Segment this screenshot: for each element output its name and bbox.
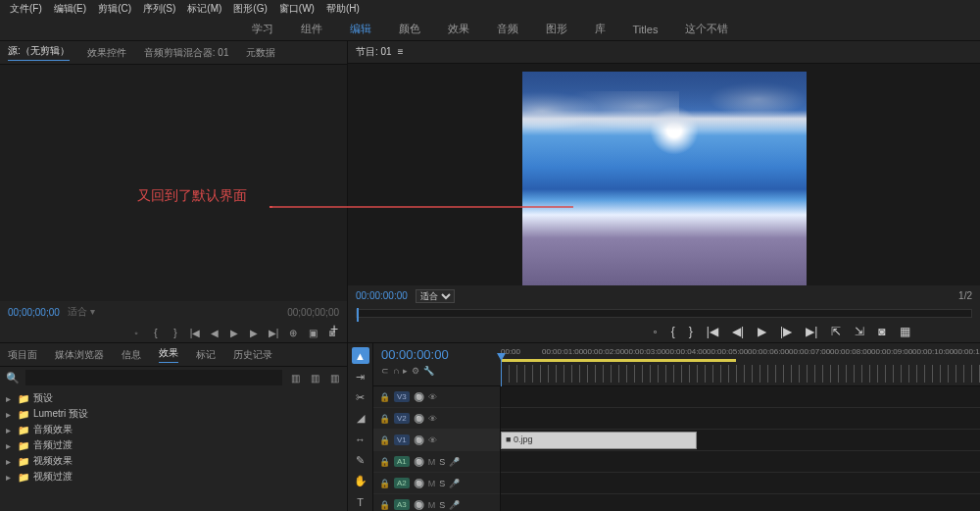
- step-fwd-icon[interactable]: |▶: [780, 325, 792, 338]
- menu-edit[interactable]: 编辑(E): [48, 2, 92, 16]
- tab-effect-controls[interactable]: 效果控件: [87, 46, 126, 60]
- work-area-bar[interactable]: [501, 359, 736, 362]
- program-timecode[interactable]: 00:00:00:00: [356, 290, 408, 301]
- marker-icon[interactable]: ◦: [129, 326, 143, 339]
- source-monitor[interactable]: 又回到了默认界面: [0, 65, 347, 301]
- folder-audio-fx[interactable]: ▸📁音频效果: [0, 422, 347, 437]
- comparison-icon[interactable]: ▦: [900, 325, 910, 338]
- track-header-a1[interactable]: 🔒A1🔘MS🎤: [373, 451, 500, 473]
- type-tool-icon[interactable]: T: [352, 494, 369, 511]
- folder-lumetri[interactable]: ▸📁Lumetri 预设: [0, 406, 347, 422]
- pen-tool-icon[interactable]: ✎: [352, 452, 369, 469]
- menu-file[interactable]: 文件(F): [4, 2, 48, 16]
- track-select-tool-icon[interactable]: ⇥: [352, 368, 369, 384]
- folder-video-trans[interactable]: ▸📁视频过渡: [0, 469, 347, 485]
- search-input[interactable]: [25, 370, 282, 385]
- prev-frame-icon[interactable]: ◀: [208, 326, 221, 339]
- slip-tool-icon[interactable]: ↔: [352, 432, 369, 448]
- panel-menu-icon[interactable]: ≡: [398, 46, 404, 57]
- tab-history[interactable]: 历史记录: [233, 348, 272, 362]
- menu-graphic[interactable]: 图形(G): [227, 2, 272, 16]
- menu-sequence[interactable]: 序列(S): [137, 2, 181, 16]
- program-scrubber[interactable]: [356, 309, 972, 319]
- in-point-icon[interactable]: {: [149, 326, 163, 339]
- preset-bin3-icon[interactable]: ▥: [327, 371, 341, 384]
- workspace-assembly[interactable]: 组件: [287, 18, 336, 40]
- step-back-icon[interactable]: ◀|: [732, 325, 744, 338]
- tab-info[interactable]: 信息: [122, 348, 141, 362]
- selection-tool-icon[interactable]: ▲: [352, 347, 369, 364]
- video-preview: [522, 72, 807, 285]
- extract-icon[interactable]: ⇲: [855, 325, 864, 338]
- ripple-tool-icon[interactable]: ✂: [352, 389, 369, 406]
- settings-icon[interactable]: ⚙: [412, 366, 419, 376]
- timeline-panel: ▲ ⇥ ✂ ◢ ↔ ✎ ✋ T 00:00:00:00 ⊂ ∩ ▸ ⚙ 🔧: [348, 343, 980, 511]
- add-marker-icon[interactable]: ◦: [653, 325, 657, 338]
- insert-icon[interactable]: ⊕: [286, 326, 300, 339]
- play-icon[interactable]: ▶: [227, 326, 241, 339]
- razor-tool-icon[interactable]: ◢: [352, 410, 369, 427]
- preset-bin-icon[interactable]: ▥: [288, 371, 302, 384]
- source-in-timecode[interactable]: 00;00;00;00: [8, 307, 60, 318]
- video-clip[interactable]: ■ 0.jpg: [501, 432, 697, 449]
- workspace-editing[interactable]: 编辑: [336, 18, 385, 40]
- annotation-arrow: [270, 206, 573, 208]
- tab-project[interactable]: 项目面: [8, 348, 37, 362]
- tab-media-browser[interactable]: 媒体浏览器: [55, 348, 104, 362]
- source-fit[interactable]: 适合 ▾: [68, 305, 95, 319]
- timeline-timecode[interactable]: 00:00:00:00: [381, 347, 493, 362]
- workspace-graphics[interactable]: 图形: [532, 18, 581, 40]
- track-header-v1[interactable]: 🔒V1🔘👁: [373, 430, 500, 451]
- preset-bin2-icon[interactable]: ▥: [308, 371, 321, 384]
- workspace-lib[interactable]: 库: [581, 18, 619, 40]
- workspace-tabs: 学习 组件 编辑 颜色 效果 音频 图形 库 Titles 这个不错: [0, 18, 980, 41]
- add-panel-icon[interactable]: +: [330, 321, 338, 336]
- go-in-icon[interactable]: |◀: [707, 325, 718, 338]
- effects-tree[interactable]: ▸📁预设 ▸📁Lumetri 预设 ▸📁音频效果 ▸📁音频过渡 ▸📁视频效果 ▸…: [0, 388, 347, 511]
- source-out-timecode[interactable]: 00;00;00;00: [287, 307, 339, 318]
- workspace-custom[interactable]: 这个不错: [671, 18, 742, 40]
- wrench-icon[interactable]: 🔧: [423, 366, 434, 376]
- resolution-label[interactable]: 1/2: [958, 290, 972, 301]
- out-point-icon[interactable]: }: [169, 326, 182, 339]
- hand-tool-icon[interactable]: ✋: [352, 473, 369, 489]
- timeline-tracks[interactable]: ■ 0.jpg: [501, 386, 980, 511]
- marker-add-icon[interactable]: ▸: [403, 366, 408, 376]
- snap-icon[interactable]: ⊂: [381, 366, 389, 376]
- mark-out-icon[interactable]: }: [689, 325, 693, 338]
- time-ruler[interactable]: 00:00 00:00:01:00 00:00:02:00 00:00:03:0…: [501, 343, 980, 385]
- track-header-a3[interactable]: 🔒A3🔘MS🎤: [373, 494, 500, 511]
- tab-source[interactable]: 源:（无剪辑）: [8, 44, 70, 61]
- track-header-v3[interactable]: 🔒V3🔘👁: [373, 386, 500, 408]
- step-back-icon[interactable]: |◀: [188, 326, 202, 339]
- zoom-select[interactable]: 适合: [416, 289, 455, 303]
- tab-audio-mixer[interactable]: 音频剪辑混合器: 01: [144, 46, 229, 60]
- track-header-a2[interactable]: 🔒A2🔘MS🎤: [373, 473, 500, 494]
- overwrite-icon[interactable]: ▣: [306, 326, 319, 339]
- next-frame-icon[interactable]: ▶: [247, 326, 261, 339]
- menu-clip[interactable]: 剪辑(C): [92, 2, 137, 16]
- workspace-audio[interactable]: 音频: [483, 18, 532, 40]
- menu-window[interactable]: 窗口(W): [273, 2, 320, 16]
- workspace-learn[interactable]: 学习: [238, 18, 287, 40]
- export-frame-icon[interactable]: ◙: [878, 325, 885, 338]
- folder-video-fx[interactable]: ▸📁视频效果: [0, 453, 347, 469]
- menu-marker[interactable]: 标记(M): [181, 2, 227, 16]
- lift-icon[interactable]: ⇱: [831, 325, 841, 338]
- program-monitor[interactable]: [348, 64, 980, 285]
- folder-audio-trans[interactable]: ▸📁音频过渡: [0, 437, 347, 453]
- folder-presets[interactable]: ▸📁预设: [0, 390, 347, 406]
- go-out-icon[interactable]: ▶|: [806, 325, 817, 338]
- mark-in-icon[interactable]: {: [671, 325, 675, 338]
- play-toggle-icon[interactable]: ▶: [758, 325, 766, 338]
- link-icon[interactable]: ∩: [393, 366, 399, 376]
- tab-metadata[interactable]: 元数据: [246, 46, 275, 60]
- workspace-titles[interactable]: Titles: [619, 20, 672, 39]
- menu-help[interactable]: 帮助(H): [320, 2, 366, 16]
- tab-marker[interactable]: 标记: [196, 348, 216, 362]
- track-header-v2[interactable]: 🔒V2🔘👁: [373, 408, 500, 430]
- tab-effects[interactable]: 效果: [159, 346, 178, 363]
- workspace-color[interactable]: 颜色: [385, 18, 434, 40]
- workspace-effects[interactable]: 效果: [434, 18, 483, 40]
- step-fwd-icon[interactable]: ▶|: [267, 326, 280, 339]
